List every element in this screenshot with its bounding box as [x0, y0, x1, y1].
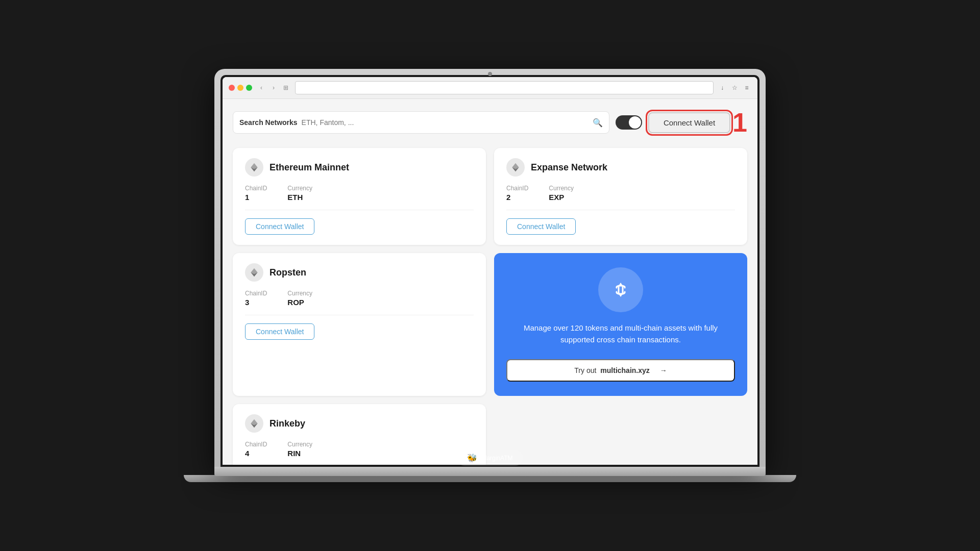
browser-nav: ‹ › ⊞	[256, 83, 291, 93]
currency-item: Currency ETH	[287, 185, 312, 202]
chain-id-label: ChainID	[506, 185, 528, 192]
theme-toggle[interactable]	[616, 115, 642, 130]
close-button[interactable]	[229, 85, 235, 91]
chain-id-value: 3	[245, 298, 267, 307]
taskbar-icon: 🐝	[467, 453, 477, 463]
rinkeby-icon	[245, 414, 263, 433]
search-label: Search Networks	[239, 118, 298, 127]
back-button[interactable]: ‹	[256, 83, 266, 93]
taskbar: 🐝 MarginATM	[457, 450, 523, 466]
card-meta: ChainID 3 Currency ROP	[245, 290, 474, 307]
promo-description: Manage over 120 tokens and multi-chain a…	[506, 322, 735, 345]
camera-notch	[488, 72, 492, 76]
browser-chrome: ‹ › ⊞ ↓ ☆ ≡	[223, 77, 757, 99]
chain-id-item: ChainID 3	[245, 290, 267, 307]
chain-id-value: 4	[245, 449, 267, 458]
currency-item: Currency EXP	[549, 185, 574, 202]
currency-value: ROP	[287, 298, 312, 307]
expanse-network-card: Expanse Network ChainID 2 Currency EXP	[494, 148, 747, 245]
card-header: Ethereum Mainnet	[245, 158, 474, 177]
card-header: Expanse Network	[506, 158, 735, 177]
currency-item: Currency ROP	[287, 290, 312, 307]
laptop-bottom: 🐝 MarginATM	[214, 467, 766, 476]
laptop-screen: ‹ › ⊞ ↓ ☆ ≡ Search	[214, 69, 766, 467]
chain-id-value: 1	[245, 193, 267, 202]
promo-cta-highlight: multichain.xyz	[600, 366, 649, 374]
card-meta: ChainID 1 Currency ETH	[245, 185, 474, 202]
connect-wallet-eth-button[interactable]: Connect Wallet	[245, 218, 314, 235]
currency-label: Currency	[287, 441, 312, 448]
multichain-icon	[598, 267, 643, 312]
cards-grid: Ethereum Mainnet ChainID 1 Currency ETH	[233, 148, 747, 465]
ropsten-card: Ropsten ChainID 3 Currency ROP	[233, 253, 486, 396]
ethereum-mainnet-card: Ethereum Mainnet ChainID 1 Currency ETH	[233, 148, 486, 245]
search-icon[interactable]: 🔍	[593, 118, 603, 128]
card-meta: ChainID 2 Currency EXP	[506, 185, 735, 202]
forward-button[interactable]: ›	[268, 83, 279, 93]
card-divider	[245, 315, 474, 315]
browser-icons: ↓ ☆ ≡	[718, 83, 751, 92]
maximize-button[interactable]	[246, 85, 252, 91]
currency-value: RIN	[287, 449, 312, 458]
promo-cta-arrow: →	[660, 366, 667, 374]
annotation-number: 1	[732, 109, 747, 136]
promo-card: Manage over 120 tokens and multi-chain a…	[494, 253, 747, 396]
ropsten-name: Ropsten	[270, 267, 306, 278]
card-header: Rinkeby	[245, 414, 474, 433]
search-input[interactable]	[302, 118, 593, 127]
chain-id-item: ChainID 2	[506, 185, 528, 202]
currency-label: Currency	[549, 185, 574, 192]
card-header: Ropsten	[245, 263, 474, 282]
header-bar: Search Networks 🔍 Connect Wallet 1	[233, 109, 747, 136]
rinkeby-name: Rinkeby	[270, 418, 305, 429]
bookmark-icon[interactable]: ☆	[730, 83, 739, 92]
currency-value: ETH	[287, 193, 312, 202]
tab-grid-button[interactable]: ⊞	[281, 83, 291, 93]
minimize-button[interactable]	[237, 85, 243, 91]
expanse-name: Expanse Network	[531, 162, 607, 173]
connect-wallet-header-button[interactable]: Connect Wallet	[648, 112, 730, 133]
card-divider	[506, 210, 735, 210]
connect-wallet-exp-button[interactable]: Connect Wallet	[506, 218, 576, 235]
laptop-base	[184, 475, 796, 482]
ethereum-name: Ethereum Mainnet	[270, 162, 349, 173]
browser-window: ‹ › ⊞ ↓ ☆ ≡ Search	[223, 77, 757, 465]
currency-label: Currency	[287, 185, 312, 192]
search-container: Search Networks 🔍	[233, 111, 609, 134]
browser-content: Search Networks 🔍 Connect Wallet 1	[223, 99, 757, 465]
screen-bezel: ‹ › ⊞ ↓ ☆ ≡ Search	[220, 75, 760, 467]
ropsten-icon	[245, 263, 263, 282]
menu-icon[interactable]: ≡	[742, 83, 751, 92]
promo-cta-button[interactable]: Try out multichain.xyz →	[506, 359, 735, 382]
chain-id-label: ChainID	[245, 290, 267, 297]
chain-id-item: ChainID 4	[245, 441, 267, 458]
chain-id-value: 2	[506, 193, 528, 202]
chain-id-label: ChainID	[245, 441, 267, 448]
taskbar-label: MarginATM	[481, 455, 512, 462]
ethereum-icon	[245, 158, 263, 177]
connect-wallet-rop-button[interactable]: Connect Wallet	[245, 323, 314, 340]
toggle-thumb	[629, 116, 641, 129]
traffic-lights	[229, 85, 252, 91]
chain-id-item: ChainID 1	[245, 185, 267, 202]
address-bar[interactable]	[295, 81, 714, 94]
promo-cta-prefix: Try out	[574, 366, 596, 374]
card-meta: ChainID 4 Currency RIN	[245, 441, 474, 458]
rinkeby-card: Rinkeby ChainID 4 Currency RIN	[233, 404, 486, 465]
download-icon[interactable]: ↓	[718, 83, 727, 92]
expanse-icon	[506, 158, 525, 177]
currency-label: Currency	[287, 290, 312, 297]
currency-value: EXP	[549, 193, 574, 202]
card-divider	[245, 210, 474, 210]
currency-item: Currency RIN	[287, 441, 312, 458]
chain-id-label: ChainID	[245, 185, 267, 192]
